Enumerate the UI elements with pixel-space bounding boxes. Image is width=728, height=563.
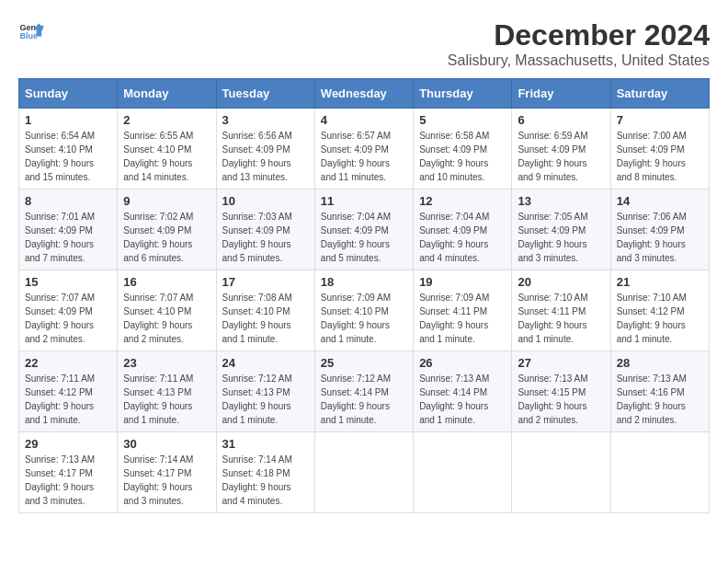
header-day-friday: Friday: [512, 79, 610, 109]
day-number: 1: [25, 113, 111, 127]
day-number: 29: [25, 437, 111, 451]
day-info: Sunrise: 7:08 AMSunset: 4:10 PMDaylight:…: [222, 291, 309, 346]
header: General Blue December 2024 Salisbury, Ma…: [18, 18, 710, 69]
calendar-cell: 17Sunrise: 7:08 AMSunset: 4:10 PMDayligh…: [216, 270, 314, 351]
day-info: Sunrise: 7:12 AMSunset: 4:13 PMDaylight:…: [222, 372, 309, 427]
day-info: Sunrise: 7:13 AMSunset: 4:17 PMDaylight:…: [25, 453, 111, 508]
calendar-cell: 30Sunrise: 7:14 AMSunset: 4:17 PMDayligh…: [118, 432, 216, 513]
day-number: 3: [222, 113, 309, 127]
day-number: 26: [419, 356, 506, 370]
day-number: 6: [518, 113, 604, 127]
day-info: Sunrise: 7:04 AMSunset: 4:09 PMDaylight:…: [321, 210, 407, 265]
calendar-header-row: SundayMondayTuesdayWednesdayThursdayFrid…: [19, 79, 710, 109]
calendar-cell: 29Sunrise: 7:13 AMSunset: 4:17 PMDayligh…: [19, 432, 118, 513]
calendar-cell: 5Sunrise: 6:58 AMSunset: 4:09 PMDaylight…: [414, 109, 512, 190]
calendar-cell: 7Sunrise: 7:00 AMSunset: 4:09 PMDaylight…: [610, 109, 709, 190]
day-number: 28: [617, 356, 703, 370]
day-info: Sunrise: 7:10 AMSunset: 4:12 PMDaylight:…: [617, 291, 703, 346]
day-number: 14: [617, 194, 703, 208]
calendar-cell: 27Sunrise: 7:13 AMSunset: 4:15 PMDayligh…: [512, 351, 610, 432]
day-number: 17: [222, 275, 309, 289]
day-info: Sunrise: 7:11 AMSunset: 4:13 PMDaylight:…: [123, 372, 210, 427]
calendar-cell: 26Sunrise: 7:13 AMSunset: 4:14 PMDayligh…: [414, 351, 512, 432]
calendar-cell: 14Sunrise: 7:06 AMSunset: 4:09 PMDayligh…: [610, 190, 709, 270]
day-info: Sunrise: 6:59 AMSunset: 4:09 PMDaylight:…: [518, 129, 604, 184]
day-info: Sunrise: 7:14 AMSunset: 4:18 PMDaylight:…: [222, 453, 309, 508]
calendar-cell: 6Sunrise: 6:59 AMSunset: 4:09 PMDaylight…: [512, 109, 610, 190]
day-info: Sunrise: 6:56 AMSunset: 4:09 PMDaylight:…: [222, 129, 309, 184]
day-number: 2: [123, 113, 210, 127]
calendar-cell: 28Sunrise: 7:13 AMSunset: 4:16 PMDayligh…: [610, 351, 709, 432]
day-number: 16: [123, 275, 210, 289]
day-info: Sunrise: 7:05 AMSunset: 4:09 PMDaylight:…: [518, 210, 604, 265]
calendar-cell: 22Sunrise: 7:11 AMSunset: 4:12 PMDayligh…: [19, 351, 118, 432]
day-info: Sunrise: 7:01 AMSunset: 4:09 PMDaylight:…: [25, 210, 111, 265]
main-title: December 2024: [448, 18, 710, 52]
calendar-cell: 11Sunrise: 7:04 AMSunset: 4:09 PMDayligh…: [314, 190, 413, 270]
day-number: 30: [123, 437, 210, 451]
day-info: Sunrise: 7:13 AMSunset: 4:16 PMDaylight:…: [617, 372, 703, 427]
day-number: 15: [25, 275, 111, 289]
calendar-cell: 8Sunrise: 7:01 AMSunset: 4:09 PMDaylight…: [19, 190, 118, 270]
day-number: 8: [25, 194, 111, 208]
title-section: December 2024 Salisbury, Massachusetts, …: [448, 18, 710, 69]
calendar-cell: 20Sunrise: 7:10 AMSunset: 4:11 PMDayligh…: [512, 270, 610, 351]
calendar-cell: 10Sunrise: 7:03 AMSunset: 4:09 PMDayligh…: [216, 190, 314, 270]
day-info: Sunrise: 7:14 AMSunset: 4:17 PMDaylight:…: [123, 453, 210, 508]
header-day-thursday: Thursday: [414, 79, 512, 109]
calendar-cell: 9Sunrise: 7:02 AMSunset: 4:09 PMDaylight…: [118, 190, 216, 270]
calendar-cell: [314, 432, 413, 513]
header-day-saturday: Saturday: [610, 79, 709, 109]
calendar-cell: 24Sunrise: 7:12 AMSunset: 4:13 PMDayligh…: [216, 351, 314, 432]
day-number: 12: [419, 194, 506, 208]
header-day-tuesday: Tuesday: [216, 79, 314, 109]
day-number: 24: [222, 356, 309, 370]
calendar-cell: 19Sunrise: 7:09 AMSunset: 4:11 PMDayligh…: [414, 270, 512, 351]
day-info: Sunrise: 6:58 AMSunset: 4:09 PMDaylight:…: [419, 129, 506, 184]
day-info: Sunrise: 7:11 AMSunset: 4:12 PMDaylight:…: [25, 372, 111, 427]
day-info: Sunrise: 7:12 AMSunset: 4:14 PMDaylight:…: [321, 372, 407, 427]
day-info: Sunrise: 7:09 AMSunset: 4:11 PMDaylight:…: [419, 291, 506, 346]
day-number: 31: [222, 437, 309, 451]
day-info: Sunrise: 7:04 AMSunset: 4:09 PMDaylight:…: [419, 210, 506, 265]
day-number: 11: [321, 194, 407, 208]
day-info: Sunrise: 7:07 AMSunset: 4:10 PMDaylight:…: [123, 291, 210, 346]
calendar-cell: 2Sunrise: 6:55 AMSunset: 4:10 PMDaylight…: [118, 109, 216, 190]
day-number: 27: [518, 356, 604, 370]
calendar-cell: 25Sunrise: 7:12 AMSunset: 4:14 PMDayligh…: [314, 351, 413, 432]
day-info: Sunrise: 6:55 AMSunset: 4:10 PMDaylight:…: [123, 129, 210, 184]
calendar-cell: 16Sunrise: 7:07 AMSunset: 4:10 PMDayligh…: [118, 270, 216, 351]
calendar-cell: [512, 432, 610, 513]
header-day-wednesday: Wednesday: [314, 79, 413, 109]
logo: General Blue: [18, 18, 44, 44]
calendar-week-row: 22Sunrise: 7:11 AMSunset: 4:12 PMDayligh…: [19, 351, 710, 432]
day-info: Sunrise: 7:03 AMSunset: 4:09 PMDaylight:…: [222, 210, 309, 265]
day-number: 9: [123, 194, 210, 208]
calendar-cell: 1Sunrise: 6:54 AMSunset: 4:10 PMDaylight…: [19, 109, 118, 190]
day-info: Sunrise: 7:10 AMSunset: 4:11 PMDaylight:…: [518, 291, 604, 346]
day-info: Sunrise: 7:06 AMSunset: 4:09 PMDaylight:…: [617, 210, 703, 265]
day-info: Sunrise: 6:54 AMSunset: 4:10 PMDaylight:…: [25, 129, 111, 184]
day-number: 7: [617, 113, 703, 127]
day-number: 23: [123, 356, 210, 370]
svg-text:Blue: Blue: [19, 31, 38, 40]
day-number: 4: [321, 113, 407, 127]
day-number: 22: [25, 356, 111, 370]
subtitle: Salisbury, Massachusetts, United States: [448, 52, 710, 69]
calendar-cell: 18Sunrise: 7:09 AMSunset: 4:10 PMDayligh…: [314, 270, 413, 351]
day-number: 20: [518, 275, 604, 289]
calendar-cell: 3Sunrise: 6:56 AMSunset: 4:09 PMDaylight…: [216, 109, 314, 190]
calendar-week-row: 15Sunrise: 7:07 AMSunset: 4:09 PMDayligh…: [19, 270, 710, 351]
calendar-cell: 15Sunrise: 7:07 AMSunset: 4:09 PMDayligh…: [19, 270, 118, 351]
day-info: Sunrise: 6:57 AMSunset: 4:09 PMDaylight:…: [321, 129, 407, 184]
day-number: 5: [419, 113, 506, 127]
calendar-week-row: 29Sunrise: 7:13 AMSunset: 4:17 PMDayligh…: [19, 432, 710, 513]
day-number: 21: [617, 275, 703, 289]
calendar-cell: 23Sunrise: 7:11 AMSunset: 4:13 PMDayligh…: [118, 351, 216, 432]
calendar-table: SundayMondayTuesdayWednesdayThursdayFrid…: [18, 78, 710, 513]
calendar-cell: [414, 432, 512, 513]
calendar-cell: [610, 432, 709, 513]
calendar-week-row: 8Sunrise: 7:01 AMSunset: 4:09 PMDaylight…: [19, 190, 710, 270]
day-number: 19: [419, 275, 506, 289]
day-number: 25: [321, 356, 407, 370]
